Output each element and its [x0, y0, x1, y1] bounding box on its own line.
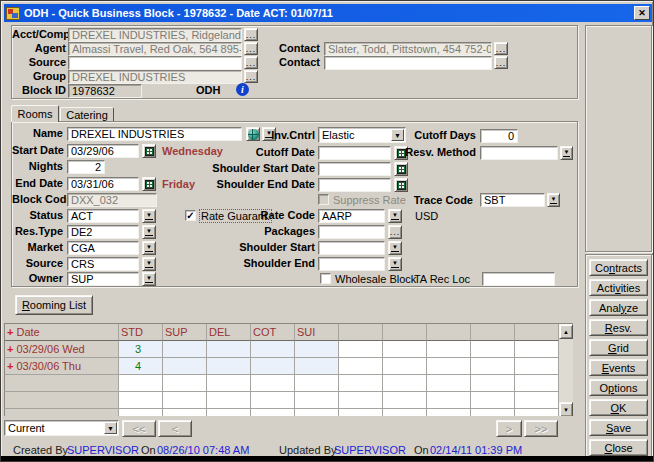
- grid-vertical-scrollbar[interactable]: ▲ ▼: [559, 324, 573, 416]
- end-date-field[interactable]: 03/31/06: [67, 177, 139, 191]
- nav-last-button[interactable]: >>: [524, 420, 558, 437]
- grid-cell[interactable]: [295, 392, 339, 409]
- grid-cell[interactable]: [471, 409, 515, 416]
- grid-cell[interactable]: [295, 358, 339, 375]
- shoulder-end-date-calendar-button[interactable]: [394, 178, 408, 192]
- grid-cell[interactable]: [163, 341, 207, 358]
- res-type-lov-button[interactable]: ▼: [142, 225, 156, 239]
- grid-cell[interactable]: [427, 409, 471, 416]
- acct-comp-field[interactable]: DREXEL INDUSTRIES, Ridgeland, 564 52: [68, 28, 242, 42]
- start-date-field[interactable]: 03/29/06: [67, 144, 139, 158]
- resv-method-field[interactable]: [480, 146, 558, 160]
- grid-header-date[interactable]: +Date: [4, 324, 119, 341]
- ok-button[interactable]: OK: [589, 399, 648, 416]
- resv-button[interactable]: Resv.: [589, 319, 648, 336]
- acct-comp-lov-button[interactable]: ...: [244, 28, 258, 41]
- shoulder-end-lov-button[interactable]: ▼: [388, 257, 402, 271]
- grid-date-cell[interactable]: [4, 375, 119, 392]
- contracts-button[interactable]: Contracts: [589, 259, 648, 276]
- grid-cell[interactable]: [471, 392, 515, 409]
- grid-cell[interactable]: [295, 341, 339, 358]
- grid-cell[interactable]: [515, 341, 559, 358]
- grid-header-del[interactable]: DEL: [207, 324, 251, 341]
- scroll-down-button[interactable]: ▼: [559, 402, 573, 416]
- events-button[interactable]: Events: [589, 359, 648, 376]
- contact1-field[interactable]: Slater, Todd, Pittstown, 454 752-0885: [324, 42, 492, 56]
- grid-cell[interactable]: [163, 375, 207, 392]
- close-button[interactable]: Close: [589, 439, 648, 456]
- tab-catering[interactable]: Catering: [60, 107, 114, 122]
- grid-cell[interactable]: [427, 392, 471, 409]
- grid-cell[interactable]: [163, 358, 207, 375]
- grid-row-2[interactable]: +03/30/06 Thu 4: [4, 358, 573, 375]
- contact2-field[interactable]: [324, 56, 492, 70]
- grid-cell[interactable]: [383, 392, 427, 409]
- grid-button[interactable]: Grid: [589, 339, 648, 356]
- end-date-calendar-button[interactable]: [142, 177, 156, 191]
- grid-date-cell[interactable]: [4, 392, 119, 409]
- source-lov-button[interactable]: ...: [244, 56, 258, 69]
- shoulder-start-field[interactable]: [318, 241, 385, 255]
- trace-code-field[interactable]: SBT: [480, 193, 545, 207]
- packages-lov-button[interactable]: ...: [388, 225, 402, 239]
- grid-cell[interactable]: [339, 375, 383, 392]
- grid-row-empty[interactable]: [4, 392, 573, 409]
- options-button[interactable]: Options: [589, 379, 648, 396]
- grid-row-empty[interactable]: [4, 375, 573, 392]
- rate-code-lov-button[interactable]: ▼: [388, 209, 402, 223]
- source-field[interactable]: [68, 56, 242, 70]
- rooming-list-button[interactable]: Rooming List: [15, 295, 93, 315]
- grid-header-sui[interactable]: SUI: [295, 324, 339, 341]
- activities-button[interactable]: Activities: [589, 279, 648, 296]
- grid-cell[interactable]: [251, 358, 295, 375]
- grid-cell[interactable]: [119, 375, 163, 392]
- save-button[interactable]: Save: [589, 419, 648, 436]
- scroll-up-button[interactable]: ▲: [559, 324, 573, 339]
- close-window-button[interactable]: ✕: [634, 6, 650, 20]
- grid-cell[interactable]: [383, 375, 427, 392]
- grid-header-std[interactable]: STD: [119, 324, 163, 341]
- shoulder-start-date-field[interactable]: [318, 162, 391, 176]
- grid-cell[interactable]: [163, 409, 207, 416]
- owner-lov-button[interactable]: ▼: [142, 272, 156, 286]
- grid-cell[interactable]: [251, 392, 295, 409]
- source-code-lov-button[interactable]: ▼: [142, 257, 156, 271]
- market-field[interactable]: CGA: [67, 241, 139, 255]
- grid-cell[interactable]: [339, 341, 383, 358]
- grid-cell[interactable]: [339, 409, 383, 416]
- analyze-button[interactable]: Analyze: [589, 299, 648, 316]
- grid-header-sup[interactable]: SUP: [163, 324, 207, 341]
- status-lov-button[interactable]: ▼: [142, 209, 156, 223]
- tab-rooms[interactable]: Rooms: [11, 105, 59, 122]
- cutoff-days-field[interactable]: 0: [480, 129, 518, 143]
- grid-cell[interactable]: [383, 358, 427, 375]
- combo-arrow-icon[interactable]: ▼: [104, 422, 117, 434]
- nights-field[interactable]: 2: [67, 160, 105, 174]
- trace-code-lov-button[interactable]: ▼: [547, 193, 560, 207]
- grid-cell[interactable]: [515, 409, 559, 416]
- grid-std-cell[interactable]: 3: [119, 341, 163, 358]
- view-combobox[interactable]: Current ▼: [4, 420, 119, 436]
- grid-cell[interactable]: [383, 341, 427, 358]
- status-field[interactable]: ACT: [67, 209, 139, 223]
- grid-cell[interactable]: [427, 375, 471, 392]
- grid-cell[interactable]: [295, 375, 339, 392]
- grid-cell[interactable]: [295, 409, 339, 416]
- grid-std-cell[interactable]: 4: [119, 358, 163, 375]
- source-code-field[interactable]: CRS: [67, 257, 139, 271]
- grid-cell[interactable]: [207, 392, 251, 409]
- grid-cell[interactable]: [515, 375, 559, 392]
- grid-cell[interactable]: [207, 341, 251, 358]
- grid-cell[interactable]: [383, 409, 427, 416]
- grid-cell[interactable]: [427, 358, 471, 375]
- grid-cell[interactable]: [119, 409, 163, 416]
- grid-row-1[interactable]: +03/29/06 Wed 3: [4, 341, 573, 358]
- group-lov-button[interactable]: ...: [244, 70, 258, 83]
- grid-cell[interactable]: [251, 341, 295, 358]
- rate-code-field[interactable]: AARP: [318, 209, 385, 223]
- group-field[interactable]: DREXEL INDUSTRIES: [68, 70, 242, 84]
- resv-method-lov-button[interactable]: ▼: [560, 146, 573, 160]
- grid-date-cell[interactable]: [4, 409, 119, 416]
- grid-cell[interactable]: [207, 409, 251, 416]
- contact1-lov-button[interactable]: ...: [494, 42, 508, 55]
